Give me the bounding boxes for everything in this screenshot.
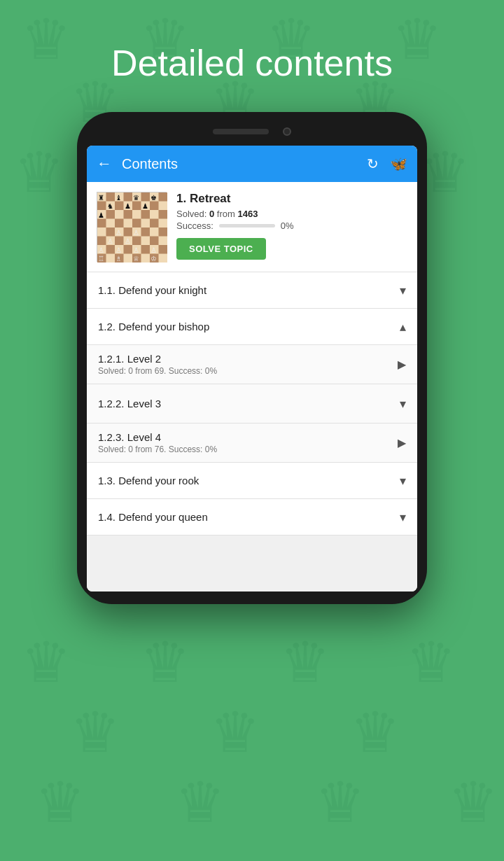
app-bar-title: Contents [122,156,367,172]
list-item-label: 1.3. Defend your rook [98,475,199,486]
crown-icon: ♛ [280,630,330,695]
svg-rect-25 [106,245,115,254]
svg-text:♕: ♕ [133,255,139,262]
butterfly-icon[interactable]: 🦋 [390,155,407,172]
crown-icon: ♛ [406,630,456,695]
svg-text:♚: ♚ [150,194,157,202]
progress-bar [219,224,275,227]
svg-rect-11 [141,210,150,219]
svg-rect-2 [124,192,133,202]
svg-rect-13 [97,219,106,228]
svg-rect-27 [141,245,150,254]
list-item[interactable]: 1.2. Defend your bishop ▴ [87,309,417,345]
svg-text:♛: ♛ [133,194,139,202]
back-button[interactable]: ← [97,155,112,173]
svg-text:♙: ♙ [133,246,139,254]
svg-rect-24 [150,237,159,246]
chevron-down-icon: ▾ [400,510,406,525]
svg-rect-7 [132,202,141,211]
list-item-label: 1.2.1. Level 2 [98,353,217,365]
svg-text:♖: ♖ [98,255,104,262]
list-item-label: 1.2.3. Level 4 [98,431,217,443]
topic-card: ♜ ♝ ♛ ♚ ♞ ♟ ♟ ♟ ♙ ♙ ♙ ♙ ♙ ♙ ♙ ♙ ♖ [87,182,417,272]
svg-text:♙: ♙ [125,237,131,245]
list-item-sublabel: Solved: 0 from 76. Success: 0% [98,444,217,454]
crown-icon: ♛ [140,630,190,695]
svg-text:♟: ♟ [125,202,131,210]
list-item[interactable]: 1.2.1. Level 2 Solved: 0 from 69. Succes… [87,345,417,384]
chevron-down-icon: ▾ [400,283,406,298]
svg-rect-23 [132,237,141,246]
svg-rect-3 [141,192,150,202]
svg-text:♙: ♙ [98,246,104,254]
crown-icon: ♛ [175,770,225,835]
list-item-content: 1.2.1. Level 2 Solved: 0 from 69. Succes… [98,353,217,376]
list-item-label: 1.2. Defend your bishop [98,321,209,332]
topic-success-row: Success: 0% [176,220,407,231]
topic-solved-text: Solved: 0 from 1463 [176,209,407,219]
play-icon: ▶ [398,358,406,371]
svg-text:♙: ♙ [150,246,157,254]
list-item-content: 1.2.2. Level 3 [98,398,161,410]
svg-rect-12 [159,210,168,219]
solved-total: 1463 [237,209,258,219]
refresh-icon[interactable]: ↻ [367,155,379,172]
list-item[interactable]: 1.2.2. Level 3 ▾ [87,384,417,424]
svg-text:♙: ♙ [115,246,122,254]
list-item-content: 1.1. Defend your knight [98,284,206,296]
solve-topic-button[interactable]: SOLVE TOPIC [176,238,266,260]
svg-rect-8 [150,202,159,211]
success-percent: 0% [281,220,294,231]
crown-icon: ♛ [315,770,365,835]
list-item[interactable]: 1.1. Defend your knight ▾ [87,272,417,309]
chevron-up-icon: ▴ [400,319,406,335]
svg-rect-22 [115,237,124,246]
list-item[interactable]: 1.2.3. Level 4 Solved: 0 from 76. Succes… [87,424,417,463]
topic-info: 1. Retreat Solved: 0 from 1463 Success: … [176,192,407,260]
svg-text:♙: ♙ [107,237,113,245]
crown-icon: ♛ [70,700,120,765]
svg-text:♜: ♜ [98,194,104,202]
chevron-down-icon: ▾ [400,396,406,412]
svg-rect-20 [159,227,168,237]
list-item-content: 1.2.3. Level 4 Solved: 0 from 76. Succes… [98,431,217,454]
success-label: Success: [176,220,214,231]
list-item-label: 1.1. Defend your knight [98,284,206,296]
phone-speaker [213,129,269,134]
topic-title: 1. Retreat [176,192,407,206]
svg-text:♔: ♔ [150,255,157,262]
page-title: Detailed contents [0,0,504,112]
svg-rect-14 [115,219,124,228]
list-item-content: 1.3. Defend your rook [98,475,199,486]
list-item-content: 1.4. Defend your queen [98,511,208,523]
list-item-sublabel: Solved: 0 from 69. Success: 0% [98,366,217,376]
svg-text:♝: ♝ [115,194,122,202]
list-item-label: 1.4. Defend your queen [98,511,208,523]
svg-rect-16 [150,219,159,228]
solved-count: 0 [209,209,214,219]
phone-notch [87,125,417,139]
svg-rect-15 [132,219,141,228]
svg-text:♟: ♟ [98,211,104,219]
svg-text:♟: ♟ [142,202,148,210]
list-item[interactable]: 1.4. Defend your queen ▾ [87,499,417,536]
svg-rect-26 [124,245,133,254]
svg-rect-17 [106,227,115,237]
list-item[interactable]: 1.3. Defend your rook ▾ [87,463,417,499]
crown-icon: ♛ [350,700,400,765]
svg-rect-28 [159,245,168,254]
crown-icon: ♛ [14,140,64,205]
crown-icon: ♛ [21,630,71,695]
app-bar-actions: ↻ 🦋 [367,155,407,172]
chess-thumbnail: ♜ ♝ ♛ ♚ ♞ ♟ ♟ ♟ ♙ ♙ ♙ ♙ ♙ ♙ ♙ ♙ ♖ [97,192,167,262]
svg-text:♙: ♙ [133,229,139,237]
empty-area [87,536,417,592]
crown-icon: ♛ [35,770,85,835]
contents-list: 1.1. Defend your knight ▾ 1.2. Defend yo… [87,272,417,592]
phone-frame: ← Contents ↻ 🦋 [77,112,427,604]
crown-icon: ♛ [420,140,470,205]
app-bar: ← Contents ↻ 🦋 [87,146,417,182]
phone-camera [283,127,291,136]
svg-rect-21 [97,237,106,246]
svg-text:♙: ♙ [115,229,122,237]
